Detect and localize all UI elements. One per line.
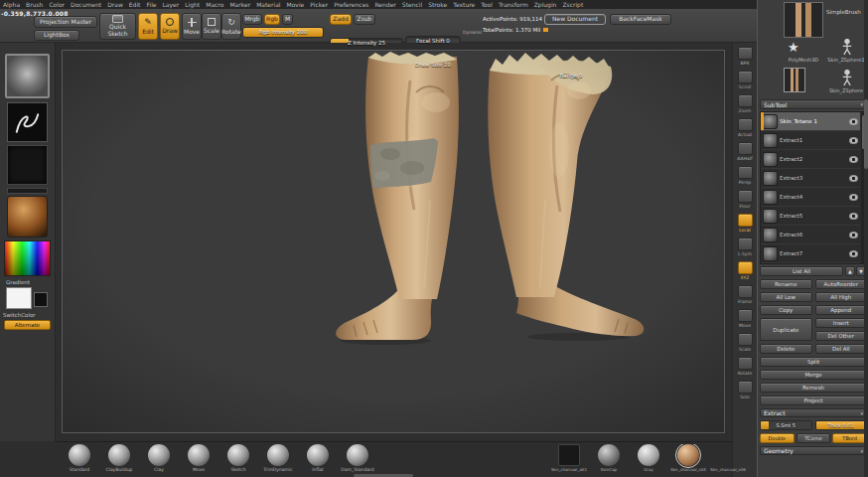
- dynamic-toggle[interactable]: Dynamic: [463, 30, 483, 35]
- subtool-row[interactable]: Extract5: [761, 207, 860, 226]
- autoreorder-button[interactable]: AutoReorder: [815, 279, 868, 289]
- visibility-eye-icon[interactable]: [849, 156, 858, 163]
- brush-item[interactable]: Move: [179, 444, 218, 472]
- project-button[interactable]: Project: [760, 396, 867, 405]
- mrgb-button[interactable]: Mrgb: [242, 14, 262, 25]
- menu-item[interactable]: Render: [374, 1, 395, 8]
- brush-item[interactable]: Standard: [60, 444, 99, 472]
- visibility-eye-icon[interactable]: [849, 175, 858, 182]
- visibility-eye-icon[interactable]: [849, 194, 858, 201]
- visibility-eye-icon[interactable]: [849, 118, 858, 125]
- current-tool-thumbnail[interactable]: [784, 2, 823, 38]
- shelf-button[interactable]: L.Sym: [735, 238, 756, 256]
- s-smt-slider[interactable]: S.Smt 5: [760, 420, 812, 430]
- current-brush-thumbnail[interactable]: [5, 54, 50, 98]
- polymesh3d-star-icon[interactable]: ★: [788, 41, 799, 54]
- current-texture-thumbnail[interactable]: [7, 188, 48, 194]
- menu-item[interactable]: Movie: [287, 1, 305, 8]
- rgb-button[interactable]: Rgb: [264, 14, 280, 25]
- color-picker[interactable]: [4, 240, 51, 276]
- menu-item[interactable]: Brush: [26, 1, 43, 8]
- copy-button[interactable]: Copy: [760, 305, 812, 315]
- subtool-row[interactable]: Extract6: [761, 226, 860, 244]
- brush-item[interactable]: Sketch: [218, 444, 258, 472]
- focal-shift-slider[interactable]: Focal Shift 0: [405, 36, 461, 47]
- visibility-eye-icon[interactable]: [849, 213, 858, 220]
- scale-mode-button[interactable]: Scale: [202, 13, 221, 40]
- shelf-button[interactable]: Actual: [735, 118, 756, 137]
- brush-item[interactable]: Clay: [139, 444, 179, 472]
- rgb-intensity-slider[interactable]: Rgb Intensity 100: [242, 27, 324, 38]
- insert-button[interactable]: Insert: [815, 318, 868, 328]
- remesh-button[interactable]: Remesh: [760, 383, 867, 393]
- secondary-color-swatch[interactable]: [34, 292, 48, 307]
- move-mode-button[interactable]: Move: [182, 13, 202, 40]
- subtool-up-button[interactable]: ▲: [845, 266, 855, 276]
- all-low-button[interactable]: All Low: [760, 292, 812, 302]
- material-item[interactable]: Gray: [630, 444, 667, 472]
- zsphere-figure-icon[interactable]: [841, 70, 853, 86]
- m-button[interactable]: M: [282, 14, 293, 25]
- subtool-section-header[interactable]: SubTool ▾: [760, 99, 867, 109]
- shelf-button[interactable]: XYZ: [735, 261, 756, 280]
- zadd-button[interactable]: Zadd: [330, 14, 352, 25]
- menu-item[interactable]: Picker: [310, 1, 328, 8]
- shelf-button[interactable]: Zoom: [735, 94, 756, 113]
- tcorner-toggle[interactable]: TCorne: [796, 433, 831, 443]
- menu-item[interactable]: Transform: [499, 1, 528, 8]
- rename-button[interactable]: Rename: [760, 279, 812, 289]
- zsub-button[interactable]: Zsub: [354, 14, 375, 25]
- menu-item[interactable]: Stroke: [428, 1, 447, 8]
- visibility-eye-icon[interactable]: [849, 250, 858, 257]
- menu-item[interactable]: Tool: [481, 1, 493, 8]
- menu-item[interactable]: Zscript: [562, 1, 583, 8]
- visibility-eye-icon[interactable]: [849, 137, 858, 144]
- shelf-button[interactable]: Scroll: [735, 71, 756, 89]
- shelf-button[interactable]: BPR: [735, 47, 756, 66]
- switchcolor-button[interactable]: SwitchColor: [3, 312, 36, 318]
- material-item[interactable]: SkinCap: [590, 444, 628, 472]
- alternate-button[interactable]: Alternate: [4, 320, 51, 330]
- current-stroke-thumbnail[interactable]: [7, 102, 48, 142]
- brush-item[interactable]: TrimDynamic: [258, 444, 298, 472]
- menu-item[interactable]: Macro: [206, 1, 223, 8]
- backfacemask-button[interactable]: BackFaceMask: [610, 14, 671, 25]
- projection-master-button[interactable]: Projection Master: [34, 16, 97, 28]
- shelf-button[interactable]: Solo: [735, 381, 756, 399]
- quick-sketch-button[interactable]: Quick Sketch: [99, 13, 136, 40]
- menu-item[interactable]: Marker: [229, 1, 250, 8]
- draw-mode-button[interactable]: Draw: [160, 13, 180, 40]
- geometry-section-header[interactable]: Geometry ▾: [760, 446, 867, 455]
- material-item[interactable]: Skn_charcoal_s06: [709, 444, 747, 472]
- menu-item[interactable]: Draw: [107, 1, 123, 8]
- shelf-button[interactable]: Frame: [735, 285, 756, 304]
- brush-item[interactable]: Inflat: [298, 444, 338, 472]
- all-high-button[interactable]: All High: [815, 292, 868, 302]
- menu-item[interactable]: Edit: [129, 1, 141, 8]
- shelf-button[interactable]: Scale: [735, 333, 756, 352]
- menu-item[interactable]: Zplugin: [534, 1, 557, 8]
- subtool-row[interactable]: Extract2: [761, 150, 860, 169]
- material-item[interactable]: Skn_charcoal_s04: [669, 444, 707, 472]
- z-intensity-slider[interactable]: Z Intensity 25: [330, 38, 403, 49]
- subtool-row[interactable]: Extract3: [761, 169, 860, 188]
- list-all-button[interactable]: List All: [760, 266, 843, 276]
- delete-button[interactable]: Delete: [760, 344, 812, 354]
- menu-item[interactable]: Material: [256, 1, 280, 8]
- menu-item[interactable]: Preferences: [334, 1, 368, 8]
- draw-size-slider[interactable]: Draw Size 20: [405, 60, 461, 71]
- thick-slider[interactable]: Thick 0.01: [815, 420, 868, 430]
- duplicate-button[interactable]: Duplicate: [760, 318, 812, 341]
- visibility-eye-icon[interactable]: [849, 232, 858, 238]
- brush-item[interactable]: Dam_Standard: [338, 444, 377, 472]
- lightbox-button[interactable]: LightBox: [34, 30, 79, 41]
- del-all-button[interactable]: Del All: [815, 344, 868, 354]
- material-item[interactable]: Skn_charcoal_a01: [550, 444, 588, 472]
- menu-item[interactable]: Texture: [453, 1, 475, 8]
- subtool-row[interactable]: Extract4: [761, 188, 860, 207]
- append-button[interactable]: Append: [815, 305, 868, 315]
- edit-mode-button[interactable]: ✎ Edit: [138, 13, 158, 40]
- del-other-button[interactable]: Del Other: [815, 331, 868, 341]
- menu-item[interactable]: Alpha: [3, 1, 20, 8]
- menu-item[interactable]: Color: [49, 1, 65, 8]
